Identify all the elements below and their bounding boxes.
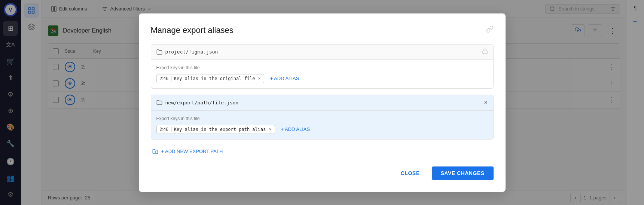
file-section-1: project/figma.json Export keys in this f… [151, 44, 494, 89]
modal-footer: CLOSE SAVE CHANGES [151, 166, 494, 180]
folder-icon-1 [156, 49, 162, 55]
close-button[interactable]: CLOSE [392, 166, 429, 180]
add-export-folder-icon [152, 149, 158, 154]
modal-title: Manage export aliases [151, 25, 494, 35]
file2-alias-remove-btn[interactable]: × [269, 127, 272, 132]
file1-export-keys-label: Export keys in this file [156, 65, 488, 70]
file1-lock-icon [482, 48, 488, 56]
modal-dialog: Manage export aliases project/figma.json [139, 13, 506, 192]
file1-path: project/figma.json [156, 49, 218, 55]
file2-header: new/export/path/file.json × [151, 95, 493, 111]
file2-alias-tag: 2:46 Key alias in the export path alias … [156, 125, 275, 134]
file2-alias-text: Key alias in the export path alias [174, 127, 266, 132]
file1-header: project/figma.json [151, 45, 493, 60]
file1-add-alias-btn[interactable]: + ADD ALIAS [267, 74, 302, 83]
file1-alias-remove-btn[interactable]: × [258, 76, 261, 81]
file2-close-btn[interactable]: × [484, 99, 488, 107]
file1-body: Export keys in this file 2:46 Key alias … [151, 60, 493, 88]
modal-link-icon[interactable] [486, 25, 494, 35]
file2-alias-time: 2:46 [160, 127, 172, 132]
file2-export-keys-label: Export keys in this file [156, 116, 488, 121]
add-export-path-label: + ADD NEW EXPORT PATH [161, 149, 223, 154]
file1-path-text: project/figma.json [165, 49, 218, 55]
file1-alias-time: 2:46 [160, 76, 172, 81]
file2-path-text: new/export/path/file.json [165, 100, 239, 105]
save-changes-button[interactable]: SAVE CHANGES [432, 166, 494, 180]
file2-path: new/export/path/file.json [156, 100, 239, 105]
file2-alias-row: 2:46 Key alias in the export path alias … [156, 125, 488, 134]
file1-alias-tag: 2:46 Key alias in the original file × [156, 74, 264, 83]
svg-rect-17 [483, 51, 487, 53]
file1-alias-text: Key alias in the original file [174, 76, 255, 81]
add-new-export-path-btn[interactable]: + ADD NEW EXPORT PATH [151, 146, 225, 157]
file-section-2: new/export/path/file.json × Export keys … [151, 95, 494, 140]
file2-body: Export keys in this file 2:46 Key alias … [151, 111, 493, 139]
file2-add-alias-btn[interactable]: + ADD ALIAS [278, 125, 313, 134]
file1-alias-row: 2:46 Key alias in the original file × + … [156, 74, 488, 83]
folder-icon-2 [156, 100, 162, 105]
modal-overlay: Manage export aliases project/figma.json [0, 0, 644, 205]
